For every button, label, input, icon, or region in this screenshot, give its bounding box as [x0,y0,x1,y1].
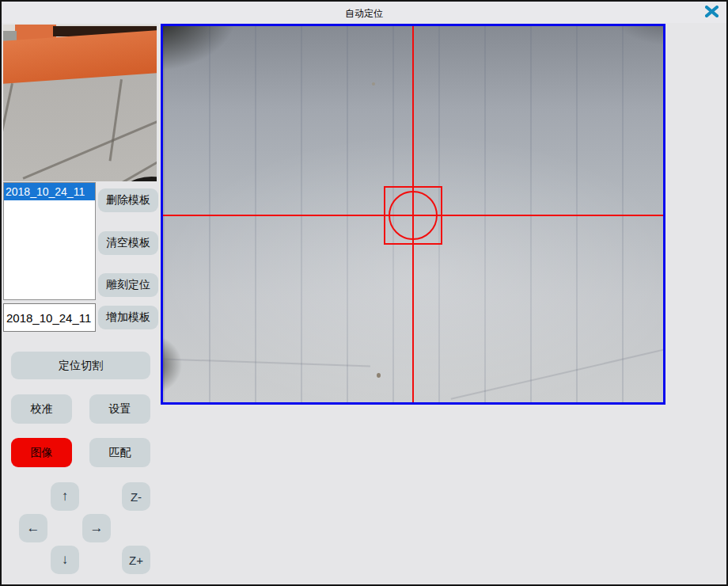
jog-down-button[interactable]: ↓ [51,546,79,574]
target-circle-overlay [389,191,438,240]
match-button[interactable]: 匹配 [89,438,150,467]
title-bar: 自动定位 [2,2,726,23]
calibrate-button[interactable]: 校准 [11,394,72,424]
camera-speck [372,82,375,86]
camera-faint-line [451,344,665,399]
position-cut-button[interactable]: 定位切割 [11,352,150,379]
camera-view[interactable] [161,24,665,405]
settings-button[interactable]: 设置 [89,394,150,424]
jog-right-button[interactable]: → [82,514,111,542]
camera-speck [377,373,381,378]
jog-z-plus-button[interactable]: Z+ [122,546,150,574]
delete-template-button[interactable]: 删除模板 [98,188,158,212]
window-title: 自动定位 [2,7,726,21]
thumb-grout-line [3,83,13,181]
template-listbox[interactable]: 2018_10_24_11 [3,182,96,300]
jog-up-button[interactable]: ↑ [51,482,79,511]
clear-templates-button[interactable]: 清空模板 [98,231,158,255]
close-button[interactable] [703,5,720,21]
close-icon [705,6,719,21]
template-name-input[interactable] [3,303,96,332]
template-preview-image [3,25,157,181]
image-button-active[interactable]: 图像 [11,438,72,467]
jog-left-button[interactable]: ← [19,514,47,542]
thumb-dark-object [114,177,157,181]
jog-z-minus-button[interactable]: Z- [122,482,150,511]
add-template-button[interactable]: 增加模板 [98,306,158,329]
thumb-grout-line [109,79,123,161]
auto-position-window: 自动定位 2018_10_24_11 删除模板 清空模板 雕刻定位 增加模板 [0,0,728,586]
thumb-grout-line [23,120,157,179]
engrave-position-button[interactable]: 雕刻定位 [98,273,158,297]
list-item[interactable]: 2018_10_24_11 [4,183,95,200]
camera-faint-line [163,358,370,367]
